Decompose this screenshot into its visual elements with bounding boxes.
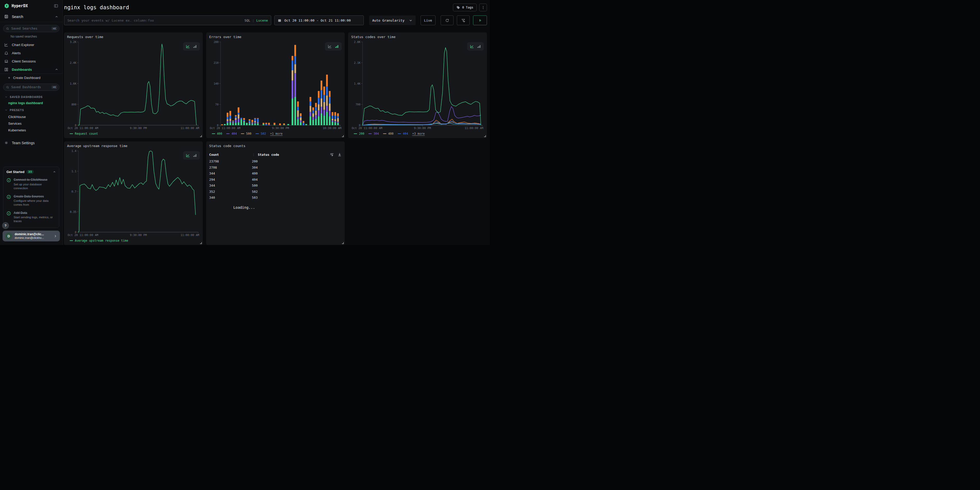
legend-item[interactable]: Average upstream response time: [70, 239, 128, 242]
legend-item[interactable]: 304: [368, 132, 379, 135]
svg-text:2.1K: 2.1K: [354, 61, 361, 64]
events-search-input[interactable]: Search your events w/ Lucene ex. column:…: [64, 16, 271, 25]
chevron-up-icon[interactable]: [53, 170, 56, 173]
sidebar-item-dashboards[interactable]: Dashboards: [0, 65, 62, 73]
filter-button[interactable]: [457, 16, 470, 25]
refresh-button[interactable]: [441, 16, 453, 25]
line-chart-icon[interactable]: [186, 153, 190, 158]
legend-item[interactable]: 200: [354, 132, 364, 135]
step-title: Connect to ClickHouse: [14, 178, 47, 181]
column-header-count[interactable]: Count: [209, 153, 252, 157]
table-row[interactable]: 340503: [209, 195, 342, 201]
sidebar-item-kubernetes[interactable]: Kubernetes: [8, 128, 62, 132]
presets-section-header[interactable]: PRESETS: [5, 108, 62, 111]
plus-icon: [8, 76, 11, 80]
legend-item[interactable]: 500: [241, 132, 251, 135]
line-chart-icon[interactable]: [328, 45, 332, 48]
sidebar-item-team-settings[interactable]: Team Settings: [0, 138, 62, 147]
svg-text:9:30:00 PM: 9:30:00 PM: [130, 126, 147, 130]
chart-type-toggle[interactable]: [467, 42, 484, 51]
table-wrap-icon[interactable]: [330, 153, 334, 157]
saved-searches-input[interactable]: Saved Searches ⌘K: [3, 25, 59, 32]
svg-text:Oct 20 11:00:00 AM: Oct 20 11:00:00 AM: [68, 126, 99, 130]
column-header-status-code[interactable]: Status code: [258, 153, 279, 157]
sidebar-section-search[interactable]: Search: [0, 11, 62, 22]
column-drag-handle[interactable]: ⋮: [252, 153, 255, 157]
sidebar-item-services[interactable]: Services: [8, 122, 62, 126]
line-chart-icon[interactable]: [470, 45, 474, 48]
run-query-button[interactable]: [473, 16, 487, 25]
help-button[interactable]: ?: [2, 222, 9, 229]
sidebar-item-alerts[interactable]: Alerts: [0, 49, 62, 57]
check-circle-icon: [6, 195, 11, 207]
svg-text:0: 0: [75, 124, 76, 127]
chart-type-toggle[interactable]: [325, 42, 342, 51]
sidebar-item-clickhouse[interactable]: ClickHouse: [8, 115, 62, 119]
get-started-step[interactable]: Create Data SourcesConfigure where your …: [6, 194, 56, 207]
table-row[interactable]: 344400: [209, 170, 342, 177]
panel-status-codes-over-time: Status codes over time 2.8K2.1K1.4K7000O…: [348, 32, 487, 138]
status-codes-over-time-chart[interactable]: 2.8K2.1K1.4K7000Oct 20 11:00:00 AM9:30:0…: [351, 39, 484, 130]
get-started-step[interactable]: Connect to ClickHouseSet up your databas…: [6, 177, 56, 190]
panel-title: Average upstream response time: [67, 144, 200, 148]
brand-name: HyperDX: [11, 3, 28, 8]
legend-item[interactable]: 404: [226, 132, 237, 135]
svg-text:10:30:00 AM: 10:30:00 AM: [323, 126, 341, 130]
play-icon: [478, 19, 482, 22]
legend-item[interactable]: Request count: [70, 132, 98, 135]
svg-text:140: 140: [214, 82, 218, 85]
legend-item[interactable]: 400: [212, 132, 223, 135]
download-icon[interactable]: [337, 153, 342, 157]
line-chart-icon[interactable]: [186, 45, 190, 48]
live-button[interactable]: Live: [421, 16, 436, 25]
sidebar: HyperDX Search Saved Searches ⌘K No save…: [0, 0, 63, 245]
chart-type-toggle[interactable]: [183, 151, 200, 160]
cell-status-code: 502: [252, 190, 258, 194]
bar-chart-icon[interactable]: [335, 45, 339, 48]
panel-resize-handle[interactable]: [200, 242, 202, 244]
get-started-step[interactable]: Add DataStart sending logs, metrics, or …: [6, 210, 56, 223]
table-row[interactable]: 344500: [209, 183, 342, 189]
requests-over-time-chart[interactable]: 3.2K2.4K1.6K8000Oct 20 11:00:00 AM9:30:0…: [67, 39, 200, 130]
chevron-right-icon: [54, 234, 57, 238]
bar-chart-icon[interactable]: [477, 45, 481, 48]
chart-type-toggle[interactable]: [183, 42, 200, 51]
date-range-button[interactable]: Oct 20 11:00:00 - Oct 21 11:00:00: [274, 16, 364, 25]
average-upstream-response-time-chart[interactable]: 1.41.10.70.350Oct 20 11:00:00 AM9:30:00 …: [67, 148, 200, 237]
panel-resize-handle[interactable]: [342, 135, 344, 137]
table-row[interactable]: 2708304: [209, 164, 342, 171]
create-dashboard-button[interactable]: Create Dashboard: [0, 74, 62, 81]
user-menu[interactable]: D dominic.tran@clic... dominic.tran@clic…: [3, 231, 60, 242]
bar-chart-icon[interactable]: [193, 153, 197, 158]
legend-more-link[interactable]: +1 more: [270, 132, 283, 135]
sidebar-collapse-icon[interactable]: [54, 3, 58, 8]
panel-resize-handle[interactable]: [342, 242, 344, 244]
table-row[interactable]: 23798200: [209, 158, 342, 164]
legend-item[interactable]: 502: [256, 132, 266, 135]
user-name: dominic.tran@clic...: [15, 232, 44, 236]
sidebar-item-nginx-logs-dashboard[interactable]: nginx logs dashboard: [8, 101, 62, 105]
sql-toggle[interactable]: SQL: [245, 19, 250, 22]
granularity-select[interactable]: Auto Granularity: [369, 16, 416, 25]
errors-over-time-chart[interactable]: 280210140700Oct 20 11:00:00 AM9:30:00 PM…: [209, 39, 342, 130]
saved-dashboards-input[interactable]: Saved Dashboards ⌘K: [3, 84, 59, 91]
sidebar-item-chart-explorer[interactable]: Chart Explorer: [0, 41, 62, 49]
tags-button[interactable]: 0 Tags: [453, 3, 477, 11]
sidebar-item-client-sessions[interactable]: Client Sessions: [0, 57, 62, 65]
lucene-toggle[interactable]: Lucene: [256, 19, 268, 22]
divider: [0, 22, 62, 22]
saved-dashboards-section-header[interactable]: SAVED DASHBOARDS: [5, 95, 62, 99]
legend-item[interactable]: 404: [398, 132, 408, 135]
sidebar-item-label: Dashboards: [12, 68, 32, 72]
panel-resize-handle[interactable]: [484, 135, 486, 137]
table-row[interactable]: 352502: [209, 189, 342, 195]
more-options-button[interactable]: [479, 3, 487, 11]
user-email: dominic.tran@clickho...: [15, 236, 44, 240]
legend-more-link[interactable]: +3 more: [412, 132, 425, 135]
table-row[interactable]: 294404: [209, 177, 342, 183]
panel-resize-handle[interactable]: [200, 135, 202, 137]
step-description: Set up your database connection: [14, 183, 56, 191]
legend-item[interactable]: 400: [383, 132, 394, 135]
bar-chart-icon[interactable]: [193, 45, 197, 48]
cell-count: 344: [209, 183, 252, 188]
